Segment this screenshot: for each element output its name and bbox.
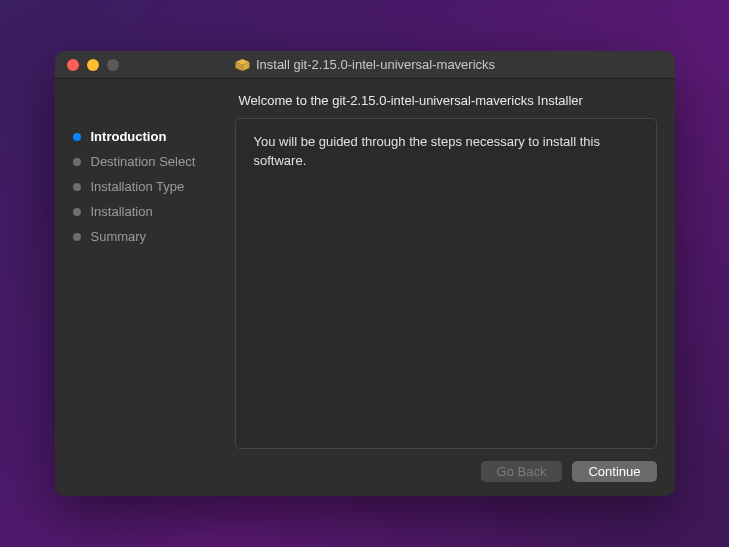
- sidebar-item-installation-type: Installation Type: [73, 179, 235, 194]
- step-label: Introduction: [91, 129, 167, 144]
- continue-button[interactable]: Continue: [572, 461, 656, 482]
- sidebar-item-introduction: Introduction: [73, 129, 235, 144]
- minimize-window-button[interactable]: [87, 59, 99, 71]
- sidebar-item-installation: Installation: [73, 204, 235, 219]
- window-title-text: Install git-2.15.0-intel-universal-maver…: [256, 57, 495, 72]
- step-bullet-icon: [73, 158, 81, 166]
- step-label: Installation: [91, 204, 153, 219]
- step-label: Installation Type: [91, 179, 185, 194]
- step-bullet-icon: [73, 233, 81, 241]
- window-title: Install git-2.15.0-intel-universal-maver…: [234, 57, 495, 73]
- page-title: Welcome to the git-2.15.0-intel-universa…: [235, 93, 657, 108]
- installer-window: Install git-2.15.0-intel-universal-maver…: [55, 51, 675, 496]
- traffic-lights: [55, 59, 119, 71]
- package-icon: [234, 57, 250, 73]
- step-label: Summary: [91, 229, 147, 244]
- sidebar: Introduction Destination Select Installa…: [55, 79, 235, 496]
- main-panel: Welcome to the git-2.15.0-intel-universa…: [235, 79, 675, 496]
- window-body: Introduction Destination Select Installa…: [55, 79, 675, 496]
- sidebar-item-destination-select: Destination Select: [73, 154, 235, 169]
- go-back-button: Go Back: [481, 461, 563, 482]
- welcome-text: You will be guided through the steps nec…: [254, 134, 600, 168]
- titlebar: Install git-2.15.0-intel-universal-maver…: [55, 51, 675, 79]
- sidebar-item-summary: Summary: [73, 229, 235, 244]
- footer: Go Back Continue: [235, 449, 657, 482]
- step-label: Destination Select: [91, 154, 196, 169]
- step-bullet-icon: [73, 133, 81, 141]
- close-window-button[interactable]: [67, 59, 79, 71]
- step-bullet-icon: [73, 208, 81, 216]
- step-bullet-icon: [73, 183, 81, 191]
- content-box: You will be guided through the steps nec…: [235, 118, 657, 449]
- zoom-window-button: [107, 59, 119, 71]
